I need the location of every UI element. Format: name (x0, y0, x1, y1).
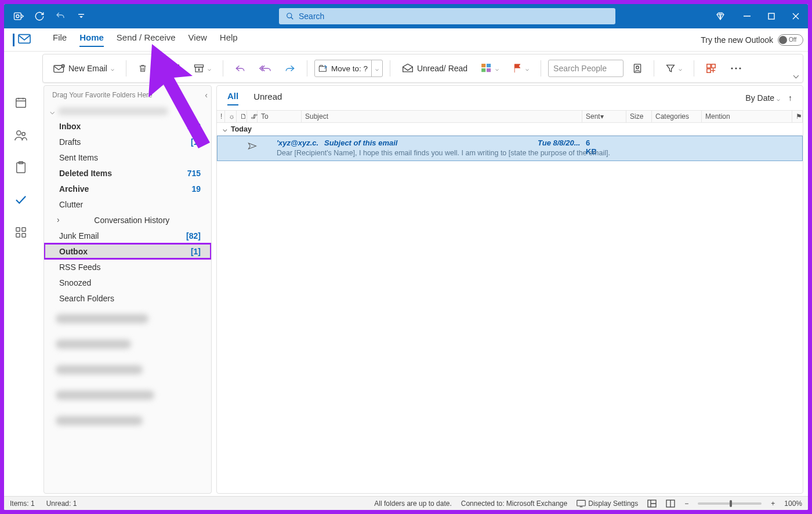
mail-rail-icon[interactable] (13, 34, 31, 46)
chevron-down-icon[interactable]: ⌵ (157, 65, 160, 72)
close-button[interactable] (792, 12, 800, 20)
folder-deleted-items[interactable]: Deleted Items715 (44, 165, 211, 181)
folder-junk-email[interactable]: Junk Email[82] (44, 228, 211, 243)
send-icon (248, 142, 257, 152)
folder-panel: Drag Your Favorite Folders Here ‹ ⌵ Inbo… (44, 85, 212, 494)
move-button[interactable]: ⌵ (189, 59, 216, 78)
calendar-rail-icon[interactable] (14, 96, 28, 110)
zoom-slider[interactable] (698, 502, 762, 505)
zoom-out-button[interactable]: − (684, 500, 688, 508)
zoom-in-button[interactable]: + (771, 500, 775, 508)
sync-icon[interactable] (33, 10, 46, 23)
to-col[interactable]: To (258, 111, 302, 122)
reply-button[interactable] (230, 59, 250, 78)
status-sync: All folders are up to date. (374, 500, 451, 508)
svg-rect-16 (481, 68, 485, 72)
folder-archive[interactable]: Archive19 (44, 181, 211, 196)
view-normal-icon[interactable] (647, 499, 657, 508)
sent-col[interactable]: Sent ▾ (582, 111, 626, 122)
menu-sendreceive[interactable]: Send / Receive (117, 32, 176, 47)
folder-drafts[interactable]: Drafts[1] (44, 134, 211, 150)
svg-rect-6 (18, 34, 30, 43)
apps-rail-icon[interactable] (14, 225, 28, 239)
reminder-col-icon[interactable]: ☼ (225, 111, 237, 122)
categories-col[interactable]: Categories (652, 111, 702, 122)
addins-button[interactable] (701, 59, 721, 78)
subject-col[interactable]: Subject (302, 111, 582, 122)
undo-icon[interactable] (54, 10, 67, 23)
folder-clutter[interactable]: Clutter (44, 196, 211, 212)
tab-all[interactable]: All (227, 91, 238, 105)
more-button[interactable] (726, 59, 746, 78)
svg-point-23 (731, 67, 733, 69)
folder-inbox[interactable]: Inbox188 (44, 118, 211, 134)
svg-point-25 (740, 67, 741, 69)
chevron-down-icon[interactable]: ⌵ (111, 65, 114, 72)
ribbon: New Email ⌵ ⌵ ⌵ Move to: ? ⌵ Unread/ Rea… (42, 54, 803, 83)
icon-col[interactable]: 🗋 (237, 111, 247, 122)
account-row[interactable]: ⌵ (44, 104, 211, 118)
attachment-col-icon[interactable]: 🖇 (247, 111, 258, 122)
folder-conversation-history[interactable]: Conversation History (44, 212, 211, 228)
todo-rail-icon[interactable] (14, 193, 28, 207)
svg-rect-5 (768, 13, 774, 19)
menu-file[interactable]: File (53, 32, 67, 47)
collapse-icon[interactable]: ‹ (205, 90, 208, 100)
left-rail (4, 85, 38, 496)
tab-unread[interactable]: Unread (253, 92, 282, 105)
delete-button[interactable] (133, 59, 152, 78)
status-items: Items: 1 (10, 500, 35, 508)
size-col[interactable]: Size (626, 111, 652, 122)
try-new-outlook: Try the new Outlook Off (701, 34, 803, 46)
folder-outbox[interactable]: Outbox[1] (44, 243, 211, 259)
new-email-button[interactable]: New Email ⌵ (49, 59, 119, 78)
svg-rect-10 (171, 67, 178, 72)
svg-rect-35 (577, 500, 585, 506)
categorize-button[interactable]: ⌵ (477, 59, 503, 78)
svg-rect-26 (16, 99, 26, 108)
view-reading-icon[interactable] (666, 499, 675, 508)
premium-icon[interactable] (714, 10, 727, 23)
svg-point-28 (22, 132, 26, 136)
menu-home[interactable]: Home (79, 32, 104, 47)
menu-row: File Home Send / Receive View Help Try t… (4, 28, 808, 52)
menu-help[interactable]: Help (220, 32, 238, 47)
archive-button[interactable] (165, 59, 184, 78)
reply-all-button[interactable] (255, 59, 276, 78)
svg-rect-15 (487, 64, 491, 67)
sort-direction-icon[interactable]: ↑ (788, 93, 792, 103)
qat-dropdown-icon[interactable] (75, 10, 88, 23)
message-item[interactable]: 'xyz@xyz.c... Subject of this email Tue … (217, 136, 803, 161)
folder-snoozed[interactable]: Snoozed (44, 275, 211, 290)
address-book-button[interactable] (628, 59, 647, 78)
group-today[interactable]: ⌵ Today (217, 123, 803, 136)
svg-rect-4 (744, 16, 751, 17)
svg-point-24 (735, 67, 737, 69)
move-to-dropdown[interactable]: Move to: ? ⌵ (314, 60, 383, 77)
people-rail-icon[interactable] (14, 128, 28, 142)
flag-button[interactable]: ⌵ (508, 59, 534, 78)
svg-rect-32 (22, 228, 26, 231)
sort-by-date[interactable]: By Date ⌵ (745, 93, 780, 103)
svg-rect-22 (707, 69, 710, 72)
tasks-rail-icon[interactable] (14, 161, 28, 174)
ribbon-expand-icon[interactable]: ⌵ (793, 68, 799, 81)
mention-col[interactable]: Mention (702, 111, 792, 122)
svg-point-19 (636, 66, 639, 69)
column-headers: ! ☼ 🗋 🖇 To Subject Sent ▾ Size Categorie… (217, 110, 803, 123)
folder-rss-feeds[interactable]: RSS Feeds (44, 259, 211, 275)
folder-sent-items[interactable]: Sent Items (44, 150, 211, 165)
flag-col-icon[interactable]: ⚑ (792, 111, 803, 122)
display-settings-button[interactable]: Display Settings (577, 500, 638, 508)
minimize-button[interactable] (743, 12, 751, 20)
svg-rect-13 (319, 67, 326, 72)
try-toggle[interactable]: Off (778, 34, 803, 46)
forward-button[interactable] (280, 59, 300, 78)
maximize-button[interactable] (767, 12, 775, 20)
folder-search-folders[interactable]: Search Folders (44, 290, 211, 306)
search-box[interactable]: Search (279, 8, 615, 24)
unread-read-button[interactable]: Unread/ Read (397, 59, 472, 78)
search-people-input[interactable]: Search People (548, 60, 624, 77)
menu-view[interactable]: View (188, 32, 207, 47)
filter-button[interactable]: ⌵ (661, 59, 687, 78)
